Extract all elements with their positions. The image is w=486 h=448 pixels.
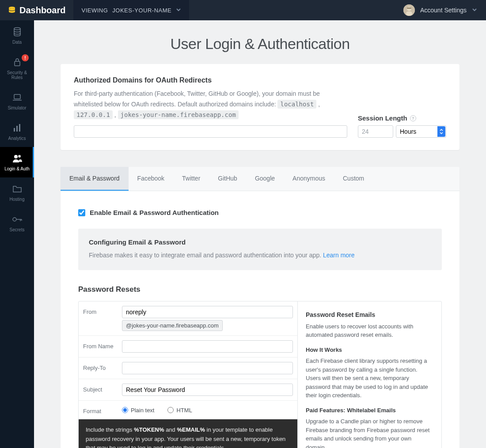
sidebar-item-secrets[interactable]: Secrets <box>0 208 34 238</box>
sidebar-item-analytics[interactable]: Analytics <box>0 117 34 147</box>
side-text-3: Upgrade to a Candle plan or higher to re… <box>306 417 433 448</box>
page-title: User Login & Authentication <box>34 20 486 64</box>
folder-icon <box>12 184 23 194</box>
code-app-domain: jokes-your-name.firebaseapp.com <box>118 110 239 119</box>
laptop-icon <box>12 92 23 103</box>
side-heading-3: Paid Features: Whitelabel Emails <box>306 406 433 415</box>
email-placeholder: %EMAIL% <box>177 426 205 433</box>
from-name-input[interactable] <box>122 340 293 353</box>
sidebar-item-label: Security & Rules <box>2 70 32 80</box>
sidebar-item-label: Analytics <box>8 136 26 141</box>
project-switcher[interactable]: VIEWING JOKES-YOUR-NAME <box>73 0 189 20</box>
learn-more-link[interactable]: Learn more <box>323 252 355 259</box>
reply-to-input[interactable] <box>122 362 293 374</box>
svg-point-0 <box>9 7 15 9</box>
format-plain-radio[interactable] <box>122 407 128 413</box>
sidebar-item-label: Hosting <box>10 197 25 202</box>
tab-anonymous[interactable]: Anonymous <box>284 167 334 191</box>
oauth-heading: Authorized Domains for OAuth Redirects <box>74 76 347 84</box>
tab-facebook[interactable]: Facebook <box>129 167 173 191</box>
template-note: Include the strings %TOKEN% and %EMAIL% … <box>79 419 297 448</box>
sidebar-item-hosting[interactable]: Hosting <box>0 177 34 208</box>
format-plain-option[interactable]: Plain text <box>122 407 154 414</box>
format-html-radio[interactable] <box>167 407 174 413</box>
avatar <box>403 4 415 16</box>
enable-label: Enable Email & Password Authentication <box>90 209 219 216</box>
from-name-label: From Name <box>83 340 122 350</box>
sidebar: Data ! Security & Rules Simulator Analyt… <box>0 20 34 448</box>
svg-point-12 <box>18 155 21 158</box>
bar-chart-icon <box>12 123 22 133</box>
select-caret-icon <box>437 126 445 137</box>
brand[interactable]: Dashboard <box>0 0 73 20</box>
session-length-label: Session Length ? <box>358 114 446 122</box>
from-label: From <box>83 306 122 315</box>
from-domain-chip: @jokes-your-name.firebaseapp.com <box>122 320 223 331</box>
database-stack-icon <box>8 6 16 14</box>
account-label: Account Settings <box>420 7 467 14</box>
sidebar-item-label: Simulator <box>8 105 26 110</box>
svg-rect-7 <box>14 94 20 99</box>
account-menu[interactable]: Account Settings <box>403 4 486 16</box>
alert-badge: ! <box>22 54 29 61</box>
svg-rect-9 <box>16 126 18 132</box>
tab-custom[interactable]: Custom <box>334 167 373 191</box>
tab-github[interactable]: GitHub <box>209 167 246 191</box>
auth-providers-panel: Email & Password Facebook Twitter GitHub… <box>61 167 459 448</box>
lock-icon <box>13 57 22 68</box>
info-card: Configuring Email & Password Firebase ma… <box>78 229 442 270</box>
chevron-down-icon <box>176 7 181 14</box>
sidebar-item-security[interactable]: ! Security & Rules <box>0 51 34 86</box>
side-text-2: Each Firebase client library supports re… <box>306 357 433 400</box>
svg-point-11 <box>14 155 18 158</box>
svg-rect-10 <box>19 124 20 132</box>
svg-point-13 <box>13 218 16 221</box>
svg-rect-6 <box>15 61 20 66</box>
format-label: Format <box>83 405 122 414</box>
subject-input[interactable] <box>122 384 293 396</box>
session-length-input[interactable] <box>358 125 393 138</box>
subject-label: Subject <box>83 384 122 393</box>
help-icon[interactable]: ? <box>410 115 416 121</box>
users-icon <box>11 153 23 164</box>
svg-rect-4 <box>407 8 411 9</box>
oauth-panel: Authorized Domains for OAuth Redirects F… <box>61 64 459 150</box>
sidebar-item-label: Login & Auth <box>4 166 30 171</box>
sidebar-item-label: Data <box>12 40 22 45</box>
info-body: Firebase makes it easy to integrate emai… <box>89 250 431 260</box>
from-input[interactable] <box>122 306 293 318</box>
authorized-domain-input[interactable] <box>74 125 347 138</box>
tab-google[interactable]: Google <box>246 167 284 191</box>
viewing-prefix: VIEWING <box>81 7 108 14</box>
oauth-description: For third-party authentication (Facebook… <box>74 89 347 120</box>
key-icon <box>12 214 23 225</box>
side-text-1: Enable users to recover lost accounts wi… <box>306 322 433 339</box>
tabs: Email & Password Facebook Twitter GitHub… <box>61 167 459 191</box>
side-heading-2: How It Works <box>306 346 433 354</box>
tab-email-password[interactable]: Email & Password <box>61 167 129 191</box>
database-icon <box>12 26 22 37</box>
enable-email-password-checkbox[interactable] <box>78 209 85 216</box>
viewing-project: JOKES-YOUR-NAME <box>112 7 171 14</box>
sidebar-item-data[interactable]: Data <box>0 20 34 51</box>
sidebar-item-login-auth[interactable]: Login & Auth <box>0 147 34 177</box>
topbar: Dashboard VIEWING JOKES-YOUR-NAME Accoun… <box>0 0 486 20</box>
reset-side-info: Password Reset Emails Enable users to re… <box>297 301 441 448</box>
main: User Login & Authentication Authorized D… <box>34 20 486 448</box>
password-resets-heading: Password Resets <box>78 285 442 294</box>
side-heading-1: Password Reset Emails <box>306 310 433 320</box>
code-loopback: 127.0.0.1 <box>74 110 113 119</box>
format-html-option[interactable]: HTML <box>167 407 192 414</box>
info-heading: Configuring Email & Password <box>89 238 431 246</box>
svg-rect-8 <box>14 128 15 132</box>
code-localhost: localhost <box>277 100 316 109</box>
sidebar-item-simulator[interactable]: Simulator <box>0 86 34 117</box>
chevron-down-icon <box>472 7 477 14</box>
tab-twitter[interactable]: Twitter <box>173 167 209 191</box>
brand-label: Dashboard <box>19 5 65 15</box>
sidebar-item-label: Secrets <box>10 227 25 232</box>
token-placeholder: %TOKEN% <box>134 426 164 433</box>
svg-point-5 <box>14 28 20 30</box>
reset-form: From @jokes-your-name.firebaseapp.com Fr… <box>79 301 297 448</box>
reply-to-label: Reply-To <box>83 362 122 371</box>
